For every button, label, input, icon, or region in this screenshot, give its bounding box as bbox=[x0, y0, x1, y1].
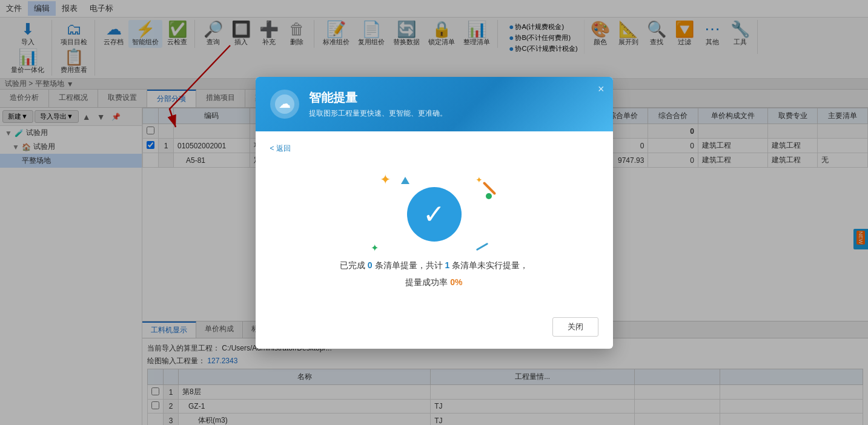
modal-close-button[interactable]: × bbox=[598, 83, 605, 96]
modal-title: 智能提量 bbox=[309, 90, 447, 106]
modal-close-btn[interactable]: 关闭 bbox=[552, 317, 598, 337]
modal-header-text: 智能提量 提取图形工程量更快速、更智能、更准确。 bbox=[309, 90, 447, 119]
result-mid: 条清单提量，共计 bbox=[375, 260, 443, 270]
modal-overlay[interactable]: ☁ 智能提量 提取图形工程量更快速、更智能、更准确。 × < 返回 ✦ ✦ ✦ bbox=[0, 0, 868, 425]
modal-subtitle: 提取图形工程量更快速、更智能、更准确。 bbox=[309, 108, 447, 119]
deco-container: ✦ ✦ ✦ ✓ bbox=[368, 172, 501, 257]
deco-star-top-right: ✦ bbox=[475, 175, 483, 185]
result-count-done: 0 bbox=[368, 260, 373, 270]
modal-footer: 关闭 bbox=[256, 317, 613, 349]
result-count-pending: 1 bbox=[445, 260, 449, 270]
cloud-upload-icon: ☁ bbox=[274, 93, 296, 115]
result-text: 已完成 0 条清单提量，共计 1 条清单未实行提量， 提量成功率 0% bbox=[340, 257, 528, 291]
success-area: ✦ ✦ ✦ ✓ 已完成 bbox=[270, 166, 598, 303]
checkmark-icon: ✓ bbox=[423, 201, 445, 228]
deco-star-bottom-left: ✦ bbox=[371, 242, 379, 254]
result-pre: 已完成 bbox=[340, 260, 365, 270]
deco-dot-green bbox=[486, 193, 492, 199]
modal-header: ☁ 智能提量 提取图形工程量更快速、更智能、更准确。 × bbox=[256, 77, 613, 131]
svg-text:☁: ☁ bbox=[279, 97, 291, 110]
modal-back-button[interactable]: < 返回 bbox=[270, 143, 598, 154]
deco-star-top-left: ✦ bbox=[380, 172, 391, 188]
deco-triangle bbox=[401, 177, 409, 184]
modal-header-icon: ☁ bbox=[270, 90, 299, 119]
smart-quantity-modal: ☁ 智能提量 提取图形工程量更快速、更智能、更准确。 × < 返回 ✦ ✦ ✦ bbox=[256, 77, 613, 349]
result-post: 条清单未实行提量， bbox=[452, 260, 528, 270]
result-rate-value: 0% bbox=[450, 277, 462, 287]
result-rate-label: 提量成功率 bbox=[405, 277, 448, 287]
modal-body: < 返回 ✦ ✦ ✦ ✓ bbox=[256, 131, 613, 317]
success-circle: ✓ bbox=[407, 187, 462, 242]
deco-line-blue-1 bbox=[475, 242, 488, 251]
